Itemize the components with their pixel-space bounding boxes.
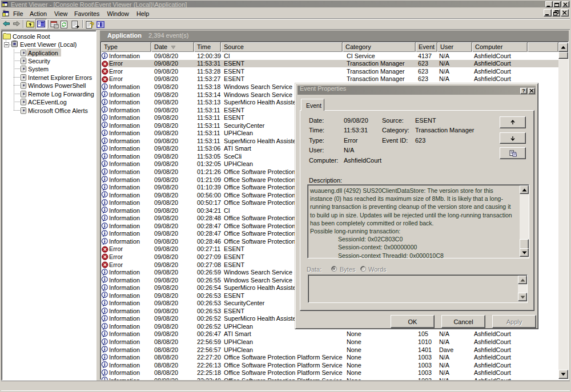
svg-text:?: ? [90,21,94,29]
